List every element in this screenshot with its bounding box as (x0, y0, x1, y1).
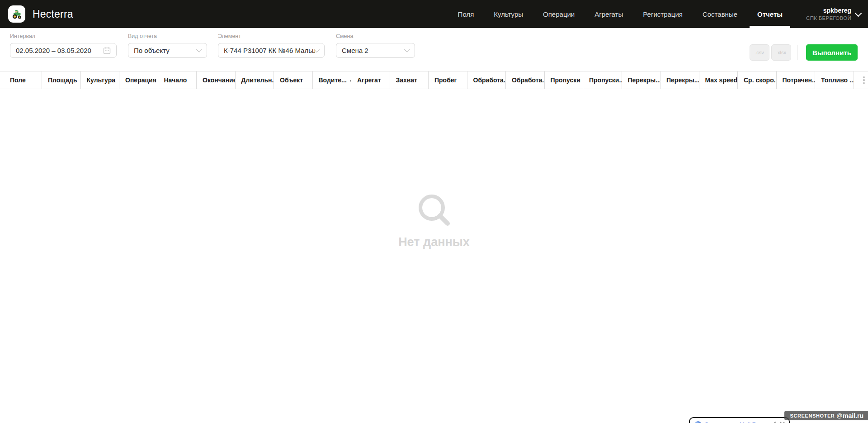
at-icon: @ (836, 412, 842, 419)
column-header-object[interactable]: Объект (274, 71, 313, 89)
report-table-header: Поле Площадь Культура Операция Начало Ок… (0, 71, 868, 89)
close-icon[interactable] (780, 422, 785, 423)
nav-item-units[interactable]: Агрегаты (585, 0, 633, 28)
dialog-title: Скриншотер Mail.Ru (704, 421, 760, 423)
nav-item-cultures[interactable]: Культуры (484, 0, 533, 28)
user-menu[interactable]: spkbereg СПК БЕРЕГОВОЙ (806, 7, 868, 21)
dialog-controls (771, 421, 785, 423)
shift-select[interactable]: Смена 2 (336, 43, 415, 58)
column-header-gaps-2[interactable]: Пропуски... (583, 71, 622, 89)
nav-item-fields[interactable]: Поля (448, 0, 484, 28)
column-header-overlaps-1[interactable]: Перекры... (622, 71, 661, 89)
column-header-driver[interactable]: Водите... (313, 71, 352, 89)
column-header-width[interactable]: Захват (390, 71, 429, 89)
export-xlsx-button[interactable]: .xlsx (771, 44, 791, 61)
report-type-label: Вид отчета (128, 33, 207, 39)
main-nav: Поля Культуры Операции Агрегаты Регистра… (448, 0, 793, 28)
filter-element: Элемент К-744 Р31007 КК №46 Мальц... (218, 33, 325, 58)
column-settings-button[interactable] (854, 71, 868, 89)
column-header-spent[interactable]: Потрачен... (777, 71, 816, 89)
empty-state: Нет данных (0, 192, 868, 249)
nav-item-registration[interactable]: Регистрация (633, 0, 693, 28)
nav-item-compound[interactable]: Составные (693, 0, 747, 28)
column-header-processed-2[interactable]: Обработа... (506, 71, 545, 89)
column-header-fuel[interactable]: Топливо ... (815, 71, 854, 89)
screenshoter-watermark: SCREENSHOTER @ mail.ru (784, 411, 868, 420)
user-name: spkbereg (806, 7, 851, 15)
element-value: К-744 Р31007 КК №46 Мальц... (224, 47, 315, 54)
run-report-button[interactable]: Выполнить (806, 44, 858, 61)
tractor-icon (8, 5, 25, 23)
globe-icon (695, 421, 701, 423)
column-header-driver-label: Водите... (319, 76, 347, 84)
chevron-down-icon (314, 47, 320, 52)
column-header-max-speed[interactable]: Max speed (699, 71, 738, 89)
screenshoter-dialog[interactable]: Скриншотер Mail.Ru (689, 417, 790, 423)
column-header-end[interactable]: Окончание (197, 71, 236, 89)
column-header-start[interactable]: Начало (158, 71, 197, 89)
report-type-select[interactable]: По объекту (128, 43, 207, 58)
column-header-culture[interactable]: Культура (81, 71, 120, 89)
app-title: Hecterra (33, 8, 73, 20)
top-navigation-bar: Hecterra Поля Культуры Операции Агрегаты… (0, 0, 868, 28)
watermark-brand: mail.ru (843, 412, 863, 419)
brand[interactable]: Hecterra (0, 5, 73, 23)
column-header-operation[interactable]: Операция (119, 71, 158, 89)
more-vertical-icon (863, 76, 865, 84)
report-type-value: По объекту (134, 47, 170, 54)
user-info: spkbereg СПК БЕРЕГОВОЙ (806, 7, 851, 21)
column-header-unit[interactable]: Агрегат (351, 71, 390, 89)
filter-report-type: Вид отчета По объекту (128, 33, 207, 58)
user-organization: СПК БЕРЕГОВОЙ (806, 15, 851, 21)
column-header-gaps[interactable]: Пропуски (545, 71, 584, 89)
filter-interval: Интервал 02.05.2020 – 03.05.2020 (10, 33, 117, 58)
element-select[interactable]: К-744 Р31007 КК №46 Мальц... (218, 43, 325, 58)
filter-shift: Смена Смена 2 (336, 33, 415, 58)
element-label: Элемент (218, 33, 325, 39)
export-csv-button[interactable]: .csv (750, 44, 769, 61)
shift-value: Смена 2 (342, 47, 368, 54)
column-header-processed-1[interactable]: Обработа... (467, 71, 506, 89)
chevron-down-icon (404, 47, 410, 52)
nav-item-operations[interactable]: Операции (533, 0, 585, 28)
chevron-down-icon (196, 47, 202, 52)
interval-input[interactable]: 02.05.2020 – 03.05.2020 (10, 43, 117, 58)
column-header-duration[interactable]: Длительн... (236, 71, 274, 89)
hecterra-page: Hecterra Поля Культуры Операции Агрегаты… (0, 0, 868, 423)
watermark-text: SCREENSHOTER (790, 413, 835, 418)
nav-item-reports[interactable]: Отчеты (747, 0, 793, 28)
toolbar-divider (797, 45, 797, 60)
search-icon (416, 192, 452, 228)
column-header-field[interactable]: Поле (0, 71, 42, 89)
column-header-overlaps-2[interactable]: Перекры... (660, 71, 699, 89)
column-header-mileage[interactable]: Пробег (429, 71, 467, 89)
wrench-icon[interactable] (771, 421, 776, 423)
empty-state-message: Нет данных (398, 235, 470, 249)
interval-value: 02.05.2020 – 03.05.2020 (16, 47, 91, 54)
column-header-avg-speed[interactable]: Ср. скоро... (738, 71, 777, 89)
shift-label: Смена (336, 33, 415, 39)
calendar-icon[interactable] (103, 47, 111, 54)
column-header-area[interactable]: Площадь (42, 71, 81, 89)
chevron-down-icon (855, 10, 862, 17)
interval-label: Интервал (10, 33, 117, 39)
